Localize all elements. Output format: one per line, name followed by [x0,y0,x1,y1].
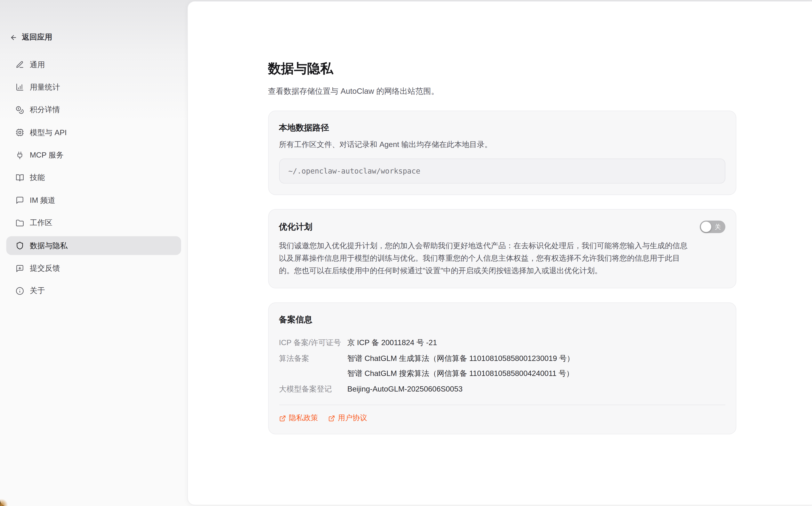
sidebar-item-label: 用量统计 [30,82,60,92]
sidebar-item-label: IM 频道 [30,195,55,205]
sidebar-item-mcp-services[interactable]: MCP 服务 [6,146,181,165]
page-title: 数据与隐私 [268,60,736,77]
arrow-left-icon [10,33,17,41]
coins-icon [16,106,24,114]
back-to-app-button[interactable]: 返回应用 [10,32,52,42]
sidebar-item-label: 数据与隐私 [30,241,68,251]
sidebar-item-label: 通用 [30,60,45,70]
local-data-path-card: 本地数据路径 所有工作区文件、对话记录和 Agent 输出均存储在此本地目录。 … [268,110,736,195]
sidebar-item-models-api[interactable]: 模型与 API [6,123,181,142]
card-title: 优化计划 [279,221,312,233]
page-subtitle: 查看数据存储位置与 AutoClaw 的网络出站范围。 [268,86,736,96]
book-open-icon [16,174,24,182]
filing-info-card: 备案信息 ICP 备案/许可证号 京 ICP 备 20011824 号 -21 … [268,303,736,435]
external-link-icon [279,415,286,422]
sidebar-item-label: 关于 [30,286,45,296]
filing-row-icp: ICP 备案/许可证号 京 ICP 备 20011824 号 -21 [279,335,725,351]
filing-row-value: 智谱 ChatGLM 生成算法（网信算备 1101081058580012300… [347,351,725,366]
sidebar-item-workspace[interactable]: 工作区 [6,214,181,233]
message-square-plus-icon [16,264,24,273]
card-title: 备案信息 [279,314,725,326]
filing-row-label: 大模型备案登记 [279,382,347,397]
privacy-policy-label: 隐私政策 [289,414,318,423]
cpu-icon [16,128,24,137]
info-icon [16,287,24,295]
divider [279,405,725,405]
filing-row-value: Beijing-AutoGLM-20250606S0053 [347,382,725,397]
local-data-path-value: ~/.openclaw-autoclaw/workspace [288,167,420,175]
data-privacy-page: 数据与隐私 查看数据存储位置与 AutoClaw 的网络出站范围。 本地数据路径… [188,1,736,435]
card-description: 所有工作区文件、对话记录和 Agent 输出均存储在此本地目录。 [279,139,725,149]
filing-rows: ICP 备案/许可证号 京 ICP 备 20011824 号 -21 算法备案 … [279,335,725,397]
sidebar-nav: 通用 用量统计 积分详情 模型与 API MCP 服务 技能 [6,55,181,300]
card-title: 本地数据路径 [279,122,725,134]
sidebar-item-im-channels[interactable]: IM 频道 [6,191,181,210]
sidebar-item-label: 模型与 API [30,128,67,138]
settings-panel: 数据与隐私 查看数据存储位置与 AutoClaw 的网络出站范围。 本地数据路径… [187,1,812,505]
optimization-plan-card: 优化计划 关 我们诚邀您加入优化提升计划，您的加入会帮助我们更好地迭代产品：在去… [268,209,736,288]
chart-column-icon [16,83,24,91]
filing-row-algorithm: 算法备案 智谱 ChatGLM 生成算法（网信算备 11010810585800… [279,351,725,382]
policy-links: 隐私政策 用户协议 [279,414,725,423]
privacy-policy-link[interactable]: 隐私政策 [279,414,318,423]
app-window: 返回应用 通用 用量统计 积分详情 模型与 API MCP 服务 [0,0,812,506]
sidebar-item-about[interactable]: 关于 [6,281,181,300]
user-agreement-link[interactable]: 用户协议 [328,414,367,423]
sidebar-item-skills[interactable]: 技能 [6,168,181,187]
sidebar-item-credits[interactable]: 积分详情 [6,101,181,119]
filing-row-label: 算法备案 [279,351,347,382]
optimization-description: 我们诚邀您加入优化提升计划，您的加入会帮助我们更好地迭代产品：在去标识化处理后，… [279,239,693,277]
pencil-icon [16,61,24,69]
sidebar-item-data-privacy[interactable]: 数据与隐私 [6,236,181,255]
filing-row-value: 智谱 ChatGLM 搜索算法（网信算备 1101081058580042400… [347,366,725,382]
external-link-icon [328,415,335,422]
filing-row-label: ICP 备案/许可证号 [279,335,347,351]
sidebar-item-feedback[interactable]: 提交反馈 [6,259,181,278]
toggle-knob-icon [700,222,711,232]
sidebar-item-usage-stats[interactable]: 用量统计 [6,78,181,96]
folder-icon [16,219,24,227]
toggle-state-label: 关 [715,224,721,230]
optimization-toggle[interactable]: 关 [699,221,725,233]
sidebar-item-label: 工作区 [30,218,52,228]
sidebar-item-general[interactable]: 通用 [6,55,181,74]
back-to-app-label: 返回应用 [22,32,52,42]
desktop-background: 返回应用 通用 用量统计 积分详情 模型与 API MCP 服务 [0,0,812,506]
filing-row-value: 京 ICP 备 20011824 号 -21 [347,335,725,351]
plug-icon [16,151,24,159]
message-square-icon [16,196,24,204]
sidebar-item-label: MCP 服务 [30,150,64,160]
sidebar-item-label: 积分详情 [30,105,60,115]
user-agreement-label: 用户协议 [338,414,367,423]
sidebar-item-label: 技能 [30,173,45,183]
filing-row-llm-registration: 大模型备案登记 Beijing-AutoGLM-20250606S0053 [279,382,725,397]
sidebar-item-label: 提交反馈 [30,263,60,273]
shield-icon [16,241,24,250]
local-data-path-field[interactable]: ~/.openclaw-autoclaw/workspace [279,158,725,183]
settings-cards: 本地数据路径 所有工作区文件、对话记录和 Agent 输出均存储在此本地目录。 … [268,110,736,434]
settings-sidebar: 返回应用 通用 用量统计 积分详情 模型与 API MCP 服务 [0,0,187,506]
